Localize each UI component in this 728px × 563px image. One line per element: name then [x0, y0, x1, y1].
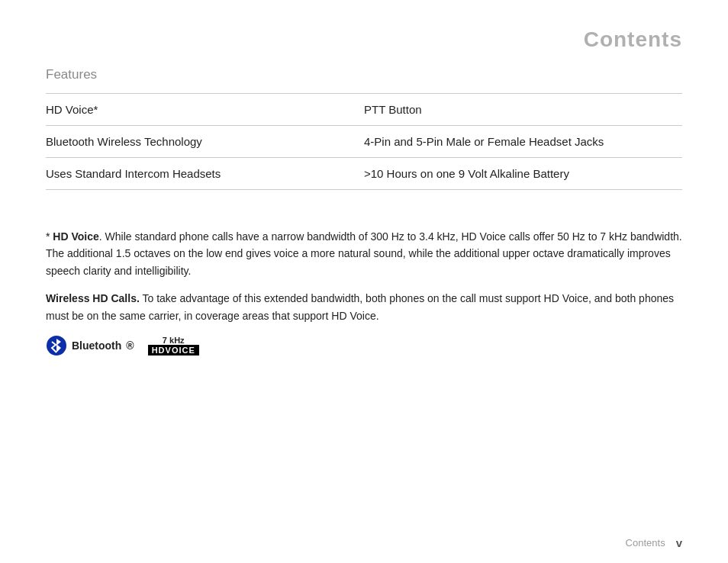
logos-row: Bluetooth® 7 kHz HDVOICE [46, 335, 682, 356]
page-footer: Contents v [626, 536, 682, 549]
footer-page-number: v [676, 536, 682, 549]
footnote-prefix: * [46, 230, 53, 243]
table-row: Bluetooth Wireless Technology 4-Pin and … [46, 126, 682, 158]
hdvoice-top: 7 kHz [163, 336, 185, 345]
right-feature-1: PTT Button [364, 94, 682, 126]
hd-voice-bold: HD Voice [53, 230, 98, 243]
footer-label: Contents [626, 537, 665, 549]
left-feature-3: Uses Standard Intercom Headsets [46, 158, 364, 190]
left-feature-1: HD Voice* [46, 94, 364, 126]
right-feature-3: >10 Hours on one 9 Volt Alkaline Battery [364, 158, 682, 190]
hd-voice-footnote: * HD Voice. While standard phone calls h… [46, 228, 682, 279]
page-title: Contents [0, 0, 728, 67]
table-row: Uses Standard Intercom Headsets >10 Hour… [46, 158, 682, 190]
features-table: HD Voice* PTT Button Bluetooth Wireless … [46, 93, 682, 190]
wireless-hd-footnote: Wireless HD Calls. To take advantage of … [46, 290, 682, 324]
hd-voice-text: . While standard phone calls have a narr… [46, 230, 682, 277]
footnote-area: * HD Voice. While standard phone calls h… [0, 205, 728, 356]
wireless-hd-text: To take advantage of this extended bandw… [46, 292, 674, 321]
hdvoice-badge: 7 kHz HDVOICE [148, 336, 199, 355]
left-feature-2: Bluetooth Wireless Technology [46, 126, 364, 158]
bluetooth-icon [46, 335, 67, 356]
hdvoice-bottom: HDVOICE [148, 345, 199, 355]
table-row: HD Voice* PTT Button [46, 94, 682, 126]
wireless-hd-bold: Wireless HD Calls. [46, 292, 140, 304]
features-section-header: Features [46, 67, 682, 85]
content-area: Features HD Voice* PTT Button Bluetooth … [0, 67, 728, 190]
bluetooth-text: Bluetooth [72, 337, 121, 354]
bluetooth-logo: Bluetooth® [46, 335, 134, 356]
right-feature-2: 4-Pin and 5-Pin Male or Female Headset J… [364, 126, 682, 158]
